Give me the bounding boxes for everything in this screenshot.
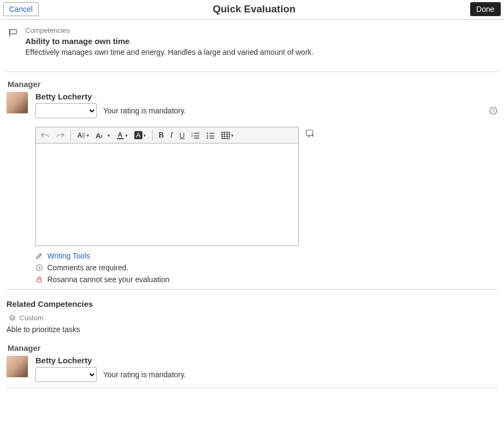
svg-rect-1	[10, 30, 17, 34]
svg-rect-11	[117, 138, 124, 139]
related-source: Custom	[9, 314, 498, 322]
svg-point-17	[207, 132, 208, 134]
svg-rect-23	[222, 132, 229, 139]
table-dropdown[interactable]: ▾	[220, 131, 235, 140]
highlight-icon: A	[134, 131, 142, 139]
ordered-list-button[interactable]: 12	[190, 131, 201, 140]
chevron-down-icon: ▾	[107, 133, 110, 138]
chevron-down-icon: ▾	[125, 133, 128, 138]
related-item: Able to prioritize tasks	[6, 325, 498, 334]
info-icon	[35, 264, 43, 271]
competency-title: Ability to manage own time	[25, 37, 313, 46]
comments-required-text: Comments are required.	[47, 263, 128, 272]
manager-name: Betty Locherty	[35, 92, 498, 101]
role-label-manager-2: Manager	[8, 343, 498, 353]
manager-row-2: Betty Locherty Your rating is mandatory.	[6, 356, 498, 382]
editor-toolbar: A ▾ AI ▾ A ▾ A ▾ B I U	[36, 127, 298, 143]
chevron-down-icon: ▾	[231, 133, 234, 138]
privacy-note: Rosanna cannot see your evaluation	[35, 275, 498, 284]
toolbar-separator	[70, 130, 71, 141]
privacy-text: Rosanna cannot see your evaluation	[47, 275, 169, 284]
related-competencies-title: Related Competencies	[6, 299, 498, 308]
divider	[6, 289, 498, 290]
svg-text:I: I	[101, 134, 103, 139]
pencil-icon	[35, 252, 43, 260]
divider	[6, 71, 498, 72]
redo-button[interactable]	[54, 131, 66, 140]
modal-title: Quick Evaluation	[39, 3, 470, 15]
svg-text:A: A	[96, 132, 101, 139]
svg-point-31	[39, 266, 40, 267]
manager-name-2: Betty Locherty	[35, 356, 498, 365]
chevron-down-icon: ▾	[87, 133, 89, 138]
insert-comment-icon[interactable]	[305, 129, 315, 139]
manager-row: Betty Locherty Your rating is mandatory.…	[6, 92, 498, 118]
rating-dropdown[interactable]	[35, 103, 97, 118]
lock-icon	[35, 276, 43, 283]
rating-hint-2: Your rating is mandatory.	[103, 370, 186, 379]
editor-textarea[interactable]	[36, 143, 298, 246]
rich-text-editor: A ▾ AI ▾ A ▾ A ▾ B I U	[35, 127, 299, 246]
svg-rect-32	[39, 267, 39, 269]
toolbar-separator	[152, 130, 153, 141]
avatar	[6, 356, 28, 377]
writing-tools-link[interactable]: Writing Tools	[35, 251, 498, 260]
chevron-down-icon: ▾	[143, 133, 146, 138]
avatar	[6, 92, 28, 113]
svg-point-19	[207, 137, 208, 139]
done-button[interactable]: Done	[470, 2, 501, 16]
svg-text:2: 2	[191, 134, 193, 138]
competencies-label: Competencies	[25, 26, 313, 34]
highlight-dropdown[interactable]: A ▾	[133, 130, 148, 140]
unordered-list-button[interactable]	[205, 131, 217, 140]
bold-button[interactable]: B	[157, 130, 165, 141]
format-dropdown[interactable]: A ▾	[75, 131, 91, 140]
flag-icon	[8, 28, 19, 37]
font-color-dropdown[interactable]: A ▾	[115, 130, 129, 141]
comments-required-note: Comments are required.	[35, 263, 498, 272]
svg-point-18	[207, 135, 208, 136]
font-size-dropdown[interactable]: AI ▾	[94, 131, 112, 140]
modal-header: Cancel Quick Evaluation Done	[0, 0, 504, 20]
cancel-button[interactable]: Cancel	[3, 2, 39, 16]
svg-text:?: ?	[492, 108, 494, 113]
svg-line-29	[40, 254, 41, 255]
svg-text:A: A	[118, 131, 123, 139]
svg-rect-33	[37, 279, 41, 282]
undo-button[interactable]	[39, 131, 51, 140]
divider	[6, 387, 498, 388]
underline-button[interactable]: U	[178, 130, 186, 141]
competency-description: Effectively manages own time and energy.…	[25, 48, 313, 56]
competency-header: Competencies Ability to manage own time …	[6, 26, 498, 56]
rating-dropdown-2[interactable]	[35, 367, 97, 382]
rating-hint: Your rating is mandatory.	[103, 106, 186, 115]
layers-icon	[9, 314, 16, 322]
writing-tools-label: Writing Tools	[47, 251, 90, 260]
help-icon[interactable]: ?	[489, 106, 498, 115]
svg-text:A: A	[77, 132, 82, 139]
role-label-manager: Manager	[8, 80, 498, 89]
related-source-label: Custom	[19, 314, 44, 322]
italic-button[interactable]: I	[169, 130, 175, 141]
